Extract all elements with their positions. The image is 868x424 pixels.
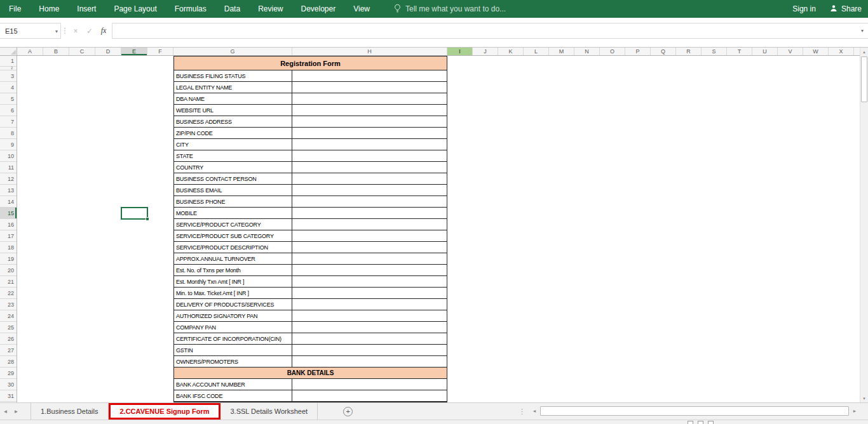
scroll-left-icon[interactable]: ◄ [530, 406, 539, 416]
name-box[interactable]: E15 ▾ [0, 23, 61, 39]
sheet-tab-1-business-details[interactable]: 1.Business Details [31, 403, 109, 420]
sheet-nav-left-icon[interactable]: ◄ [0, 403, 11, 420]
column-header-R[interactable]: R [676, 48, 702, 55]
field-label-row-20[interactable]: Est. No. of Txns per Month [174, 265, 292, 275]
enter-icon[interactable]: ✓ [83, 23, 97, 39]
field-value-row-22[interactable] [292, 288, 447, 298]
column-header-I[interactable]: I [447, 48, 473, 55]
field-label-row-21[interactable]: Est. Monthly Txn Amt [ INR ] [174, 276, 292, 287]
row-header-15[interactable]: 15 [0, 208, 17, 219]
field-value-row-13[interactable] [292, 185, 447, 195]
field-value-row-20[interactable] [292, 265, 447, 275]
field-label-row-13[interactable]: BUSINESS EMAIL [174, 185, 292, 195]
column-header-L[interactable]: L [524, 48, 549, 55]
cancel-icon[interactable]: × [69, 23, 83, 39]
field-label-row-14[interactable]: BUSINESS PHONE [174, 196, 292, 207]
row-header-28[interactable]: 28 [0, 356, 17, 368]
vertical-scrollbar[interactable]: ▲ ▼ [860, 48, 868, 402]
scroll-down-icon[interactable]: ▼ [860, 394, 868, 402]
row-header-29[interactable]: 29 [0, 368, 17, 379]
tell-me-box[interactable]: Tell me what you want to do... [394, 0, 506, 18]
row-header-20[interactable]: 20 [0, 265, 17, 276]
field-label-row-27[interactable]: GSTIN [174, 345, 292, 355]
column-header-F[interactable]: F [147, 48, 173, 55]
ribbon-tab-developer[interactable]: Developer [292, 0, 345, 18]
field-label-row-30[interactable]: BANK ACCOUNT NUMBER [174, 379, 292, 390]
field-label-row-6[interactable]: WEBSITE URL [174, 105, 292, 116]
column-header-A[interactable]: A [17, 48, 43, 55]
field-label-row-22[interactable]: Min. to Max. Ticket Amt [ INR ] [174, 288, 292, 298]
ribbon-tab-data[interactable]: Data [215, 0, 249, 18]
horizontal-scrollbar[interactable]: ◄ ► [530, 406, 859, 416]
column-header-G[interactable]: G [173, 48, 292, 55]
scroll-right-icon[interactable]: ► [850, 406, 859, 416]
row-header-16[interactable]: 16 [0, 219, 17, 230]
ribbon-tab-formulas[interactable]: Formulas [166, 0, 215, 18]
field-value-row-21[interactable] [292, 276, 447, 287]
field-label-row-15[interactable]: MOBILE [174, 208, 292, 218]
row-header-7[interactable]: 7 [0, 116, 17, 128]
row-header-27[interactable]: 27 [0, 345, 17, 356]
field-value-row-28[interactable] [292, 356, 447, 367]
field-label-row-9[interactable]: CITY [174, 139, 292, 150]
row-header-5[interactable]: 5 [0, 93, 17, 105]
formula-bar-splitter[interactable]: ⋮ [61, 23, 69, 39]
horizontal-scroll-thumb[interactable] [540, 406, 849, 416]
cells-area[interactable]: Registration Form BUSINESS FILING STATUS… [17, 56, 860, 403]
field-label-row-10[interactable]: STATE [174, 150, 292, 161]
insert-function-icon[interactable]: fx [97, 23, 111, 39]
ribbon-tab-review[interactable]: Review [249, 0, 292, 18]
field-value-row-15[interactable] [292, 208, 447, 218]
field-label-row-28[interactable]: OWNERS/PROMOTERS [174, 356, 292, 367]
row-header-14[interactable]: 14 [0, 196, 17, 208]
view-page-break-icon[interactable] [708, 421, 714, 424]
field-value-row-18[interactable] [292, 242, 447, 253]
row-header-12[interactable]: 12 [0, 173, 17, 185]
formula-input[interactable] [112, 23, 857, 39]
ribbon-tab-view[interactable]: View [344, 0, 379, 18]
row-header-8[interactable]: 8 [0, 128, 17, 139]
field-value-row-4[interactable] [292, 82, 447, 93]
field-label-row-25[interactable]: COMPANY PAN [174, 322, 292, 333]
new-sheet-button[interactable]: + [343, 407, 353, 416]
field-label-row-31[interactable]: BANK IFSC CODE [174, 390, 292, 401]
vertical-scroll-thumb[interactable] [861, 56, 867, 102]
field-value-row-26[interactable] [292, 333, 447, 344]
column-header-H[interactable]: H [292, 48, 447, 55]
field-value-row-19[interactable] [292, 253, 447, 264]
field-value-row-8[interactable] [292, 128, 447, 138]
column-header-Q[interactable]: Q [651, 48, 676, 55]
horizontal-scroll-track[interactable] [539, 406, 850, 416]
field-value-row-24[interactable] [292, 310, 447, 321]
ribbon-tab-home[interactable]: Home [30, 0, 68, 18]
name-box-dropdown-icon[interactable]: ▾ [55, 29, 58, 34]
field-label-row-19[interactable]: APPROX.ANNUAL TURNOVER [174, 253, 292, 264]
select-all-corner[interactable] [0, 48, 17, 56]
field-label-row-8[interactable]: ZIP/PIN CODE [174, 128, 292, 138]
field-value-row-14[interactable] [292, 196, 447, 207]
scroll-up-icon[interactable]: ▲ [860, 48, 868, 56]
field-value-row-16[interactable] [292, 219, 447, 230]
column-header-X[interactable]: X [829, 48, 854, 55]
share-button[interactable]: Share [830, 4, 862, 14]
column-header-K[interactable]: K [498, 48, 524, 55]
view-page-layout-icon[interactable] [698, 421, 703, 424]
field-value-row-25[interactable] [292, 322, 447, 333]
field-label-row-18[interactable]: SERVICE/PRODUCT DESCRIPTION [174, 242, 292, 253]
row-header-9[interactable]: 9 [0, 139, 17, 150]
row-header-26[interactable]: 26 [0, 333, 17, 345]
field-value-row-30[interactable] [292, 379, 447, 390]
field-value-row-31[interactable] [292, 390, 447, 401]
field-value-row-23[interactable] [292, 299, 447, 310]
field-label-row-26[interactable]: CERTIFICATE OF INCORPORATION(CIN) [174, 333, 292, 344]
view-normal-icon[interactable] [688, 421, 693, 424]
column-header-V[interactable]: V [778, 48, 803, 55]
field-value-row-12[interactable] [292, 173, 447, 184]
sheet-tab-2-ccavenue-signup-form[interactable]: 2.CCAVENUE Signup Form [109, 403, 221, 420]
column-header-S[interactable]: S [702, 48, 727, 55]
field-value-row-9[interactable] [292, 139, 447, 150]
column-header-U[interactable]: U [752, 48, 778, 55]
field-label-row-17[interactable]: SERVICE/PRODUCT SUB CATEGORY [174, 230, 292, 241]
row-header-10[interactable]: 10 [0, 150, 17, 162]
row-header-6[interactable]: 6 [0, 105, 17, 116]
